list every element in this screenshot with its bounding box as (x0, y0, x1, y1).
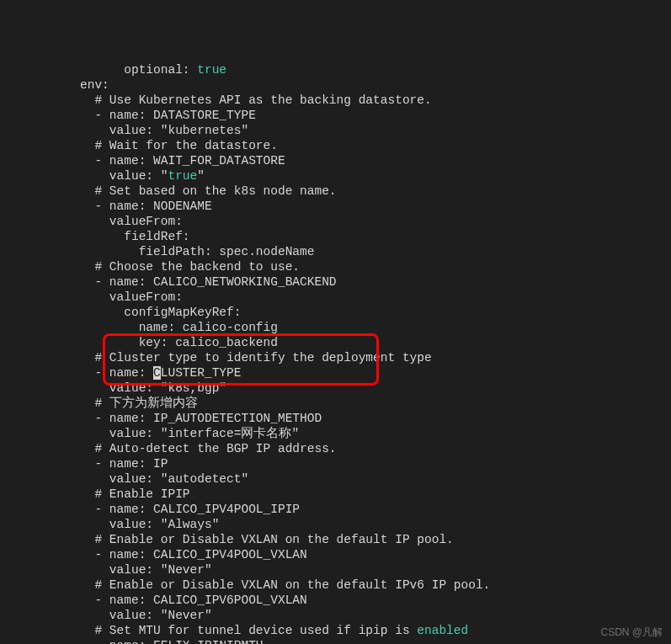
code-line: # Cluster type to identify the deploymen… (7, 350, 671, 365)
code-line: optional: true (7, 62, 671, 77)
code-line: value: "interface=网卡名称" (7, 426, 671, 441)
code-block: optional: true env: # Use Kubernetes API… (0, 62, 671, 644)
code-line: - name: WAIT_FOR_DATASTORE (7, 153, 671, 168)
code-line: value: "autodetect" (7, 471, 671, 487)
code-line: configMapKeyRef: (7, 305, 671, 320)
code-line: value: "Never" (7, 608, 671, 623)
code-line: - name: FELIX_IPINIPMTU (7, 638, 671, 644)
code-line: fieldRef: (7, 229, 671, 244)
code-line: key: calico_backend (7, 335, 671, 350)
code-line: - name: IP_AUTODETECTION_METHOD (7, 411, 671, 426)
code-line: value: "true" (7, 168, 671, 184)
code-line: value: "Never" (7, 562, 671, 577)
code-line: # Choose the backend to use. (7, 259, 671, 274)
code-line: - name: NODENAME (7, 199, 671, 214)
code-line: valueFrom: (7, 214, 671, 229)
code-line: # Use Kubernetes API as the backing data… (7, 93, 671, 108)
code-line: - name: CALICO_NETWORKING_BACKEND (7, 274, 671, 290)
code-line: # Set MTU for tunnel device used if ipip… (7, 623, 671, 638)
code-line: - name: CALICO_IPV4POOL_IPIP (7, 502, 671, 517)
code-line: # Auto-detect the BGP IP address. (7, 441, 671, 456)
code-line: # Enable or Disable VXLAN on the default… (7, 532, 671, 547)
code-line: valueFrom: (7, 290, 671, 305)
code-line: value: "Always" (7, 517, 671, 532)
code-line: # 下方为新增内容 (7, 396, 671, 411)
code-line: fieldPath: spec.nodeName (7, 244, 671, 259)
code-line: env: (7, 77, 671, 93)
code-line: # Wait for the datastore. (7, 138, 671, 153)
code-line: - name: DATASTORE_TYPE (7, 108, 671, 123)
code-line: # Set based on the k8s node name. (7, 184, 671, 199)
code-line: - name: IP (7, 456, 671, 471)
code-line: # Enable IPIP (7, 487, 671, 502)
code-line: - name: CALICO_IPV4POOL_VXLAN (7, 547, 671, 562)
watermark: CSDN @凡解 (600, 625, 663, 640)
code-line: - name: CALICO_IPV6POOL_VXLAN (7, 593, 671, 608)
code-line: value: "k8s,bgp" (7, 381, 671, 396)
code-line: - name: CLUSTER_TYPE (7, 365, 671, 381)
code-line: value: "kubernetes" (7, 123, 671, 138)
code-line: # Enable or Disable VXLAN on the default… (7, 577, 671, 593)
code-line: name: calico-config (7, 320, 671, 335)
